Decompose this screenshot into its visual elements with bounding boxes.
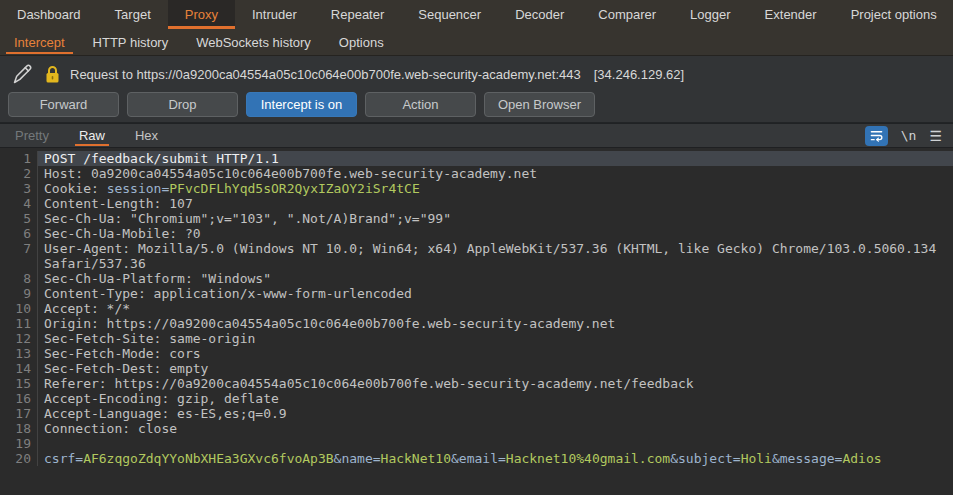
line-code: Cookie: session=PFvcDFLhYqd5sOR2QyxIZaOY… — [37, 181, 953, 196]
editor-menu-icon[interactable]: ☰ — [929, 129, 942, 143]
line-code: Sec-Ch-Ua-Platform: "Windows" — [37, 271, 953, 286]
code-segment: Origin: https://0a9200ca04554a05c10c064e… — [44, 316, 615, 331]
line-code — [37, 436, 953, 451]
editor-line: 10Accept: */* — [0, 301, 953, 316]
action-button[interactable]: Action — [365, 92, 476, 117]
word-wrap-toggle[interactable] — [865, 126, 888, 146]
code-segment: Content-Length: 107 — [44, 196, 193, 211]
tab-extender[interactable]: Extender — [748, 0, 834, 29]
editor-line: 9Content-Type: application/x-www-form-ur… — [0, 286, 953, 301]
line-code: Sec-Fetch-Mode: cors — [37, 346, 953, 361]
line-number: 8 — [0, 271, 37, 286]
tab-repeater[interactable]: Repeater — [314, 0, 401, 29]
code-segment: Sec-Fetch-Mode: cors — [44, 346, 201, 361]
burp-suite-window: DashboardTargetProxyIntruderRepeaterSequ… — [0, 0, 953, 495]
editor-line: 8Sec-Ch-Ua-Platform: "Windows" — [0, 271, 953, 286]
editor-tab-pretty[interactable]: Pretty — [0, 124, 64, 147]
code-segment: Cookie: — [44, 181, 107, 196]
editor-line: 2Host: 0a9200ca04554a05c10c064e00b700fe.… — [0, 166, 953, 181]
editor-tab-raw[interactable]: Raw — [64, 124, 120, 147]
line-number: 14 — [0, 361, 37, 376]
editor-line: 12Sec-Fetch-Site: same-origin — [0, 331, 953, 346]
tab-decoder[interactable]: Decoder — [498, 0, 581, 29]
code-segment: Hacknet10%40gmail.com — [506, 451, 670, 466]
editor-line: 19 — [0, 436, 953, 451]
line-number: 6 — [0, 226, 37, 241]
editor-line: 11Origin: https://0a9200ca04554a05c10c06… — [0, 316, 953, 331]
code-segment: &email= — [451, 451, 506, 466]
line-number: 16 — [0, 391, 37, 406]
intercept-buttons: ForwardDropIntercept is onActionOpen Bro… — [0, 92, 953, 117]
tab-target[interactable]: Target — [98, 0, 168, 29]
line-code: Sec-Fetch-Dest: empty — [37, 361, 953, 376]
lock-icon — [44, 65, 61, 84]
sub-tab-http-history[interactable]: HTTP history — [79, 29, 183, 55]
editor-line: 5Sec-Ch-Ua: "Chromium";v="103", ".Not/A)… — [0, 211, 953, 226]
tab-intruder[interactable]: Intruder — [235, 0, 314, 29]
code-segment: &message= — [772, 451, 842, 466]
code-segment: Accept-Language: es-ES,es;q=0.9 — [44, 406, 287, 421]
tab-proxy[interactable]: Proxy — [168, 0, 235, 29]
tab-dashboard[interactable]: Dashboard — [0, 0, 98, 29]
editor-line: 15Referer: https://0a9200ca04554a05c10c0… — [0, 376, 953, 391]
line-code: Connection: close — [37, 421, 953, 436]
request-editor[interactable]: 1POST /feedback/submit HTTP/1.12Host: 0a… — [0, 148, 953, 495]
line-number: 19 — [0, 436, 37, 451]
code-segment: csrf= — [44, 451, 83, 466]
line-code: Sec-Fetch-Site: same-origin — [37, 331, 953, 346]
editor-line: 4Content-Length: 107 — [0, 196, 953, 211]
line-number: 11 — [0, 316, 37, 331]
code-segment: Connection: close — [44, 421, 177, 436]
editor-line: 7User-Agent: Mozilla/5.0 (Windows NT 10.… — [0, 241, 953, 271]
edit-pencil-icon — [10, 62, 34, 86]
line-number: 15 — [0, 376, 37, 391]
tab-logger[interactable]: Logger — [673, 0, 747, 29]
sub-tab-intercept[interactable]: Intercept — [0, 29, 79, 55]
code-segment: Content-Type: application/x-www-form-url… — [44, 286, 412, 301]
request-info-bar: Request to https://0a9200ca04554a05c10c0… — [0, 56, 953, 92]
line-code: Accept-Encoding: gzip, deflate — [37, 391, 953, 406]
editor-line: 20csrf=AF6zqgoZdqYYoNbXHEa3GXvc6fvoAp3B&… — [0, 451, 953, 466]
tab-project-options[interactable]: Project options — [834, 0, 953, 29]
sub-tab-websockets-history[interactable]: WebSockets history — [182, 29, 325, 55]
editor-line: 6Sec-Ch-Ua-Mobile: ?0 — [0, 226, 953, 241]
line-code: csrf=AF6zqgoZdqYYoNbXHEa3GXvc6fvoAp3B&na… — [37, 451, 953, 466]
open-browser-button[interactable]: Open Browser — [484, 92, 595, 117]
editor-line: 13Sec-Fetch-Mode: cors — [0, 346, 953, 361]
line-code: Accept-Language: es-ES,es;q=0.9 — [37, 406, 953, 421]
line-code: Content-Length: 107 — [37, 196, 953, 211]
editor-line: 17Accept-Language: es-ES,es;q=0.9 — [0, 406, 953, 421]
code-segment: Adios — [842, 451, 881, 466]
tab-sequencer[interactable]: Sequencer — [401, 0, 498, 29]
code-segment: PFvcDFLhYqd5sOR2QyxIZaOY2iSr4tCE — [169, 181, 419, 196]
editor-line: 1POST /feedback/submit HTTP/1.1 — [0, 151, 953, 166]
forward-button[interactable]: Forward — [8, 92, 119, 117]
code-segment: Host: 0a9200ca04554a05c10c064e00b700fe.w… — [44, 166, 537, 181]
tab-comparer[interactable]: Comparer — [581, 0, 673, 29]
line-number: 1 — [0, 151, 37, 166]
sub-tab-options[interactable]: Options — [325, 29, 398, 55]
editor-line: 14Sec-Fetch-Dest: empty — [0, 361, 953, 376]
line-number: 18 — [0, 421, 37, 436]
drop-button[interactable]: Drop — [127, 92, 238, 117]
intercept-is-on-button[interactable]: Intercept is on — [246, 92, 357, 117]
code-segment: Sec-Ch-Ua-Platform: "Windows" — [44, 271, 271, 286]
code-segment: AF6zqgoZdqYYoNbXHEa3GXvc6fvoAp3B — [83, 451, 333, 466]
message-editor-tab-bar: PrettyRawHex \n ☰ — [0, 123, 953, 148]
line-code: Accept: */* — [37, 301, 953, 316]
line-code: User-Agent: Mozilla/5.0 (Windows NT 10.0… — [37, 241, 953, 271]
editor-tab-hex[interactable]: Hex — [120, 124, 173, 147]
line-number: 10 — [0, 301, 37, 316]
editor-line: 3Cookie: session=PFvcDFLhYqd5sOR2QyxIZaO… — [0, 181, 953, 196]
line-code: Host: 0a9200ca04554a05c10c064e00b700fe.w… — [37, 166, 953, 181]
line-code: Sec-Ch-Ua: "Chromium";v="103", ".Not/A)B… — [37, 211, 953, 226]
line-number: 9 — [0, 286, 37, 301]
code-segment: Accept-Encoding: gzip, deflate — [44, 391, 279, 406]
show-newlines-toggle[interactable]: \n — [901, 128, 917, 143]
line-code: Content-Type: application/x-www-form-url… — [37, 286, 953, 301]
word-wrap-icon — [869, 128, 884, 143]
proxy-sub-tab-bar: InterceptHTTP historyWebSockets historyO… — [0, 29, 953, 56]
code-segment: User-Agent: Mozilla/5.0 (Windows NT 10.0… — [44, 241, 944, 271]
code-segment: &subject= — [670, 451, 740, 466]
line-number: 3 — [0, 181, 37, 196]
